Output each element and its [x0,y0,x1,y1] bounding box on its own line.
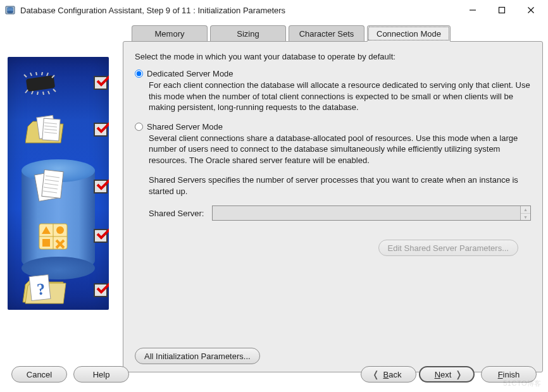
shared-server-input [213,206,520,220]
svg-line-14 [52,75,54,78]
spinner-up-icon: ▲ [521,206,530,214]
svg-point-3 [7,11,13,13]
svg-rect-39 [42,239,50,247]
wizard-footer: Cancel Help ❬ Back Next ❭ Finish [0,357,548,392]
window-controls [458,1,545,20]
shared-mode-para: Shared Servers specifies the number of s… [149,175,531,197]
wizard-graphic: ? [8,57,109,310]
wizard-step-icon-2 [25,115,67,149]
wizard-step-icon-3 [34,169,66,206]
folder-docs-icon [25,115,67,149]
window-title: Database Configuration Assistant, Step 9… [20,6,458,15]
svg-line-9 [24,75,27,77]
minimize-button[interactable] [458,1,487,20]
wizard-step-icon-4 [38,223,68,250]
svg-rect-28 [42,170,63,199]
svg-line-12 [42,72,42,75]
svg-line-15 [25,90,28,93]
connection-mode-panel: Select the mode in which you want your d… [123,41,543,372]
wizard-step-check-1 [94,76,108,90]
svg-rect-5 [499,8,505,13]
tab-character-sets[interactable]: Character Sets [289,25,364,42]
svg-line-20 [53,89,56,92]
shared-mode-radio-row[interactable]: Shared Server Mode [135,122,531,132]
shapes-icon [38,223,68,250]
svg-line-17 [37,92,38,95]
spinner-down-icon: ▼ [521,214,530,221]
intro-text: Select the mode in which you want your d… [135,52,531,61]
dedicated-mode-radio-row[interactable]: Dedicated Server Mode [135,69,531,78]
shared-mode-radio[interactable] [135,123,143,131]
svg-line-16 [32,91,33,94]
folder-question-icon: ? [22,272,67,307]
dedicated-mode-desc: For each client connection the database … [149,80,531,113]
cancel-button[interactable]: Cancel [11,366,67,383]
chip-icon [22,72,59,95]
svg-line-11 [36,72,37,75]
svg-point-38 [56,226,64,234]
svg-line-18 [43,92,44,95]
dedicated-mode-label: Dedicated Server Mode [147,69,234,78]
wizard-step-check-4 [94,229,108,243]
tab-bar: Memory Sizing Character Sets Connection … [132,25,543,42]
chevron-left-icon: ❬ [372,369,380,379]
dedicated-mode-radio[interactable] [135,70,143,78]
title-bar: Database Configuration Assistant, Step 9… [0,0,548,20]
next-button[interactable]: Next ❭ [419,366,475,383]
help-button[interactable]: Help [73,366,129,383]
watermark: 51CTO博客 [503,379,542,388]
tab-connection-mode[interactable]: Connection Mode [367,25,451,42]
wizard-step-icon-1 [22,72,59,95]
wizard-step-check-3 [94,180,108,193]
chevron-right-icon: ❭ [455,369,463,379]
svg-line-10 [30,73,32,76]
app-icon [5,5,15,15]
wizard-step-icon-5: ? [22,272,67,307]
svg-line-13 [47,73,48,76]
shared-server-spinner: ▲ ▼ [212,205,531,221]
edit-shared-server-button: Edit Shared Server Parameters... [378,240,518,256]
wizard-step-check-2 [94,123,108,137]
maximize-button[interactable] [487,1,516,20]
wizard-sidebar: ? [8,57,114,357]
tab-sizing[interactable]: Sizing [210,25,286,42]
svg-rect-8 [26,75,55,92]
svg-line-19 [48,91,49,94]
wizard-step-check-5 [94,283,108,297]
tab-memory[interactable]: Memory [132,25,208,42]
documents-icon [34,169,66,206]
shared-mode-desc: Several client connections share a datab… [149,133,531,166]
shared-mode-label: Shared Server Mode [147,122,223,132]
close-button[interactable] [516,1,545,20]
back-button[interactable]: ❬ Back [361,366,416,383]
shared-server-label: Shared Server: [149,209,212,218]
